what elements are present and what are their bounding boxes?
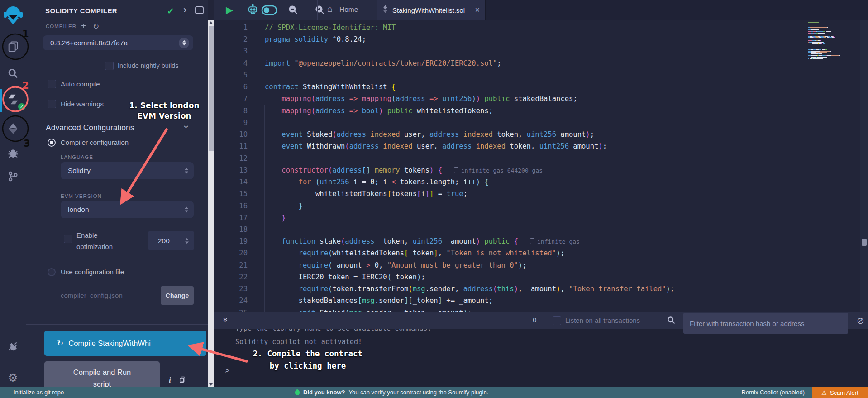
- zoom-in-icon[interactable]: [315, 9, 325, 17]
- annotation-step2-line1: 2. Compile the contract: [249, 348, 367, 360]
- copilot-status-item[interactable]: Remix Copilot (enabled): [742, 389, 805, 396]
- panel-chevron-icon[interactable]: ›: [183, 4, 186, 16]
- sidebar-scrollbar-thumb[interactable]: [209, 26, 214, 151]
- compiler-configuration-radio[interactable]: [48, 139, 56, 147]
- pin-panel-icon[interactable]: [195, 6, 204, 16]
- clear-console-ban-icon[interactable]: ⊘: [857, 315, 864, 326]
- copy-icon[interactable]: [179, 376, 186, 385]
- use-config-file-radio[interactable]: [48, 268, 56, 276]
- annotation-marker-2: 2: [22, 80, 29, 91]
- change-config-button[interactable]: Change: [161, 286, 194, 305]
- hide-warnings-label: Hide warnings: [61, 100, 104, 108]
- language-stepper-icon: [185, 168, 188, 174]
- code-line: 20 require(whitelistedTokens[_token], "T…: [214, 247, 868, 259]
- enable-optimization-checkbox[interactable]: [64, 235, 72, 243]
- solidity-compiler-icon[interactable]: [7, 93, 19, 107]
- home-tab[interactable]: Home: [339, 5, 358, 14]
- editor-scrollbar-thumb[interactable]: [862, 239, 867, 246]
- auto-compile-checkbox[interactable]: [48, 80, 56, 88]
- file-explorer-icon[interactable]: [7, 40, 19, 55]
- active-plugin-indicator: [0, 89, 2, 112]
- code-line: 21 require(_amount > 0, "Amount must be …: [214, 259, 868, 271]
- code-line: 13 constructor(address[] memory tokens) …: [214, 164, 868, 176]
- add-custom-compiler-icon[interactable]: +: [81, 21, 86, 31]
- advanced-configurations-header[interactable]: Advanced Configurations: [46, 123, 134, 133]
- run-script-play-icon[interactable]: ▶: [226, 4, 233, 16]
- tab-title: StakingWithWhitelist.sol: [392, 6, 465, 14]
- scam-alert-button[interactable]: ⚠ Scam Alert: [812, 387, 868, 398]
- gas-pump-icon: [530, 238, 534, 244]
- compiler-version-value: 0.8.26+commit.8a97fa7a: [50, 39, 128, 47]
- remix-logo[interactable]: [3, 5, 23, 30]
- code-line: 11 event Withdrawn(address indexed user,…: [214, 140, 868, 152]
- annotation-marker-1: 1: [22, 29, 29, 39]
- terminal-search-icon[interactable]: [667, 316, 676, 327]
- git-init-status-item[interactable]: Initialize as git repo: [14, 389, 64, 396]
- code-line: 5: [214, 69, 868, 81]
- minimap[interactable]: [808, 22, 856, 59]
- language-label: LANGUAGE: [61, 154, 93, 160]
- warning-icon: ⚠: [821, 389, 827, 396]
- annotation-step2: 2. Compile the contract by clicking here: [249, 348, 367, 372]
- terminal-prompt[interactable]: >: [225, 366, 229, 375]
- enable-optimization-label-1: Enable: [76, 231, 98, 239]
- reload-compiler-icon[interactable]: ↻: [93, 22, 99, 31]
- code-editor[interactable]: 1// SPDX-License-Identifier: MIT2pragma …: [214, 20, 868, 312]
- deploy-run-icon[interactable]: [7, 122, 19, 137]
- code-line: 19 function stake(address _token, uint25…: [214, 235, 868, 247]
- include-nightly-checkbox[interactable]: [105, 62, 114, 70]
- transaction-count-badge: 0: [533, 316, 536, 324]
- gas-pump-icon: [454, 167, 458, 173]
- expand-terminal-icon[interactable]: »: [221, 317, 230, 322]
- include-nightly-label: Include nightly builds: [118, 62, 179, 69]
- evm-version-select[interactable]: london: [61, 201, 194, 218]
- annotation-step1-line1: 1. Select london: [123, 101, 205, 111]
- compile-button[interactable]: ↻ Compile StakingWithWhi: [44, 331, 206, 356]
- code-line: 24 stakedBalances[msg.sender][_token] +=…: [214, 295, 868, 307]
- code-line: 23 require(token.transferFrom(msg.sender…: [214, 283, 868, 295]
- compile-and-run-button[interactable]: Compile and Run script: [44, 361, 160, 389]
- editor-scrollbar[interactable]: [860, 20, 868, 312]
- debugger-icon[interactable]: [7, 147, 19, 161]
- status-bar: Initialize as git repo Did you know? You…: [0, 387, 868, 398]
- compiler-version-select[interactable]: 0.8.26+commit.8a97fa7a: [43, 35, 193, 50]
- annotation-step1: 1. Select london EVM Version: [123, 101, 205, 121]
- optimization-runs-stepper[interactable]: 200: [148, 231, 194, 250]
- compiled-check-icon: ✓: [167, 6, 174, 16]
- scam-alert-label: Scam Alert: [830, 389, 858, 396]
- code-line: 12: [214, 153, 868, 164]
- annotation-step1-line2: EVM Version: [123, 111, 205, 121]
- tip-text: You can verify your contract using the S…: [348, 389, 488, 396]
- search-icon[interactable]: [7, 67, 19, 82]
- code-line: 14 for (uint256 i = 0; i < tokens.length…: [214, 176, 868, 188]
- ai-copilot-robot-icon[interactable]: [247, 4, 259, 18]
- info-icon[interactable]: i: [169, 376, 171, 385]
- advanced-config-chevron-icon[interactable]: ›: [181, 125, 192, 129]
- version-stepper-icon[interactable]: [179, 38, 189, 48]
- scroll-up-icon[interactable]: [209, 21, 213, 24]
- home-icon[interactable]: ⌂: [327, 4, 333, 14]
- scroll-down-icon[interactable]: [209, 383, 213, 386]
- toolbar-divider: [317, 0, 318, 20]
- code-line: 2pragma solidity ^0.8.24;: [214, 34, 868, 45]
- transaction-filter-input[interactable]: [683, 313, 848, 334]
- gas-estimate: infinite gas: [530, 238, 580, 245]
- source-control-icon[interactable]: [7, 170, 19, 184]
- terminal-toolbar: » 0 Listen on all transactions ⊘: [214, 312, 868, 329]
- close-tab-icon[interactable]: ×: [475, 5, 480, 15]
- settings-gear-icon[interactable]: ⚙: [8, 371, 18, 384]
- evm-version-label: EVM VERSION: [61, 193, 102, 199]
- hide-warnings-checkbox[interactable]: [48, 100, 56, 108]
- zoom-out-icon[interactable]: [288, 9, 300, 17]
- listen-transactions-checkbox[interactable]: [553, 316, 561, 325]
- code-line: 22 IERC20 token = IERC20(_token);: [214, 271, 868, 283]
- plugin-manager-icon[interactable]: [7, 340, 19, 354]
- solidity-file-icon: [382, 5, 388, 15]
- tab-stakingwithwhitelist[interactable]: StakingWithWhitelist.sol ×: [377, 0, 486, 20]
- remix-ide-window: ✓: [0, 0, 868, 398]
- language-select[interactable]: Solidity: [61, 162, 194, 179]
- copilot-toggle-icon[interactable]: [261, 5, 277, 17]
- code-line: 15 whitelistedTokens[tokens[i]] = true;: [214, 188, 868, 200]
- sidebar-scrollbar[interactable]: [208, 20, 214, 387]
- lightbulb-icon: [295, 389, 300, 395]
